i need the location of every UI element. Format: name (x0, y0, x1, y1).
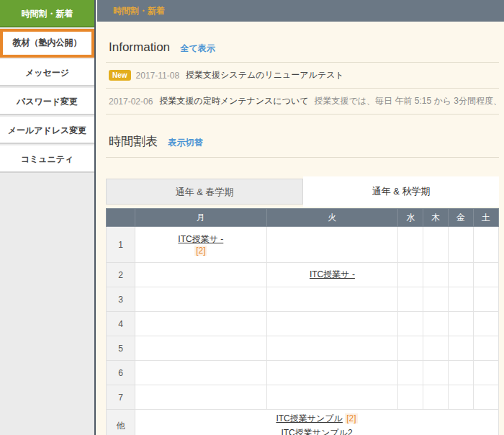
sidebar-item-messages[interactable]: メッセージ (0, 59, 94, 86)
period-label: 6 (107, 361, 135, 385)
news-item[interactable]: New 2017-11-08 授業支援システムのリニューアルテスト (106, 63, 499, 89)
table-row: 7 (107, 385, 499, 410)
table-row: 6 (107, 361, 499, 385)
period-label: 7 (107, 385, 135, 410)
news-date: 2017-02-06 (109, 97, 153, 107)
tab-spring-semester[interactable]: 通年 & 春学期 (106, 179, 303, 205)
show-all-link[interactable]: 全て表示 (181, 43, 215, 53)
sidebar-item-change-password[interactable]: パスワード変更 (0, 88, 94, 115)
news-date: 2017-11-08 (136, 71, 180, 81)
cell-mon-1: ITC授業サ - [2] (135, 227, 267, 263)
semester-tabs: 通年 & 春学期 通年 & 秋学期 (106, 176, 499, 205)
sidebar-item-timetable-news[interactable]: 時間割・新着 (0, 0, 94, 27)
period-label: 1 (107, 227, 135, 263)
timetable-section-header: 時間割表 表示切替 (106, 133, 499, 158)
information-section-header: Information 全て表示 (106, 40, 499, 63)
lesson-link[interactable]: ITC授業サンプル (276, 413, 342, 423)
new-badge: New (109, 70, 131, 81)
period-label: 4 (107, 312, 135, 336)
main-area: 時間割・新着 Information 全て表示 New 2017-11-08 授… (97, 0, 504, 435)
sidebar-item-materials[interactable]: 教材（塾内公開） (0, 29, 94, 58)
table-row: 3 (107, 287, 499, 312)
sidebar: 時間割・新着 教材（塾内公開） メッセージ パスワード変更 メールアドレス変更 … (0, 0, 96, 435)
cell-other: ITC授業サンプル [2] ITC授業サンプル2 (135, 410, 499, 435)
news-title-link[interactable]: 授業支援システムのリニューアルテスト (186, 69, 344, 81)
news-preview: 授業支援では、毎日 午前 5:15 から 3分間程度、定時メン... (314, 95, 499, 107)
period-label: 5 (107, 336, 135, 361)
cell-tue-2: ITC授業サ - (266, 263, 398, 287)
news-title-link[interactable]: 授業支援の定時メンテナンスについて (159, 95, 308, 107)
timetable-grid: 月 火 水 木 金 土 1 ITC授業サ - [2] (106, 208, 499, 435)
lesson-link[interactable]: ITC授業サ - (178, 234, 223, 244)
content: Information 全て表示 New 2017-11-08 授業支援システム… (97, 22, 504, 435)
material-count-badge[interactable]: [2] (194, 246, 207, 256)
sidebar-item-change-email[interactable]: メールアドレス変更 (0, 117, 94, 144)
information-title: Information (109, 40, 170, 54)
col-thursday: 木 (423, 209, 449, 227)
table-row: 2 ITC授業サ - (107, 263, 499, 287)
news-item[interactable]: 2017-02-06 授業支援の定時メンテナンスについて 授業支援では、毎日 午… (106, 89, 499, 115)
period-label: 2 (107, 263, 135, 287)
period-label: 3 (107, 287, 135, 312)
table-row: 1 ITC授業サ - [2] (107, 227, 499, 263)
col-monday: 月 (135, 209, 267, 227)
timetable-title: 時間割表 (109, 135, 158, 148)
corner-cell (107, 209, 135, 227)
page-header: 時間割・新着 (97, 0, 504, 22)
sidebar-item-community[interactable]: コミュニティ (0, 145, 94, 173)
table-row-other: 他 ITC授業サンプル [2] ITC授業サンプル2 (107, 410, 499, 435)
material-count-badge[interactable]: [2] (345, 413, 357, 423)
col-tuesday: 火 (266, 209, 398, 227)
period-label: 他 (107, 410, 135, 435)
timetable-header-row: 月 火 水 木 金 土 (107, 209, 499, 227)
page-title: 時間割・新着 (113, 6, 165, 16)
table-row: 5 (107, 336, 499, 361)
table-row: 4 (107, 312, 499, 336)
col-saturday: 土 (474, 209, 499, 227)
col-wednesday: 水 (398, 209, 423, 227)
tab-autumn-semester[interactable]: 通年 & 秋学期 (303, 176, 499, 207)
col-friday: 金 (449, 209, 474, 227)
display-toggle-link[interactable]: 表示切替 (168, 138, 202, 148)
lesson-link[interactable]: ITC授業サンプル2 (281, 428, 352, 435)
lesson-link[interactable]: ITC授業サ - (310, 269, 355, 279)
